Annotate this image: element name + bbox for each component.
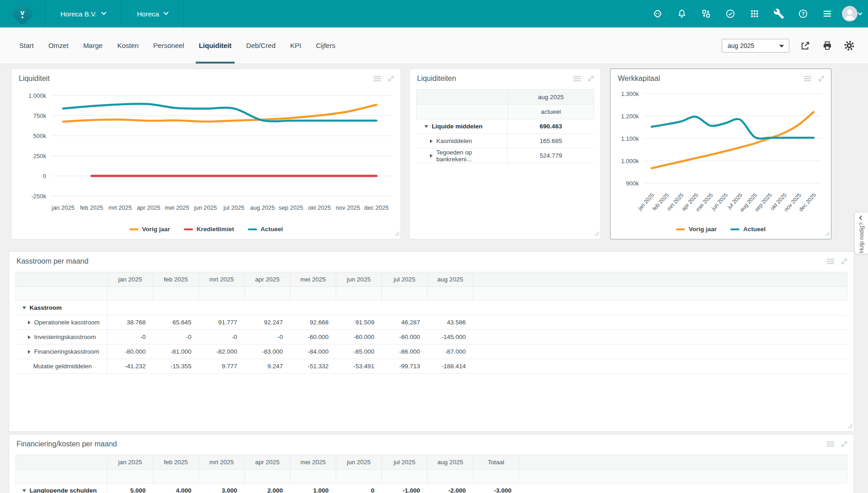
filler-cell	[473, 301, 847, 315]
sub-header-cell	[382, 470, 428, 483]
widget-menu-button[interactable]	[372, 74, 382, 84]
tab-start[interactable]: Start	[12, 27, 41, 64]
assistant-button[interactable]	[648, 5, 667, 23]
liquiditeit-chart: 1.000k750k500k250k0-250kjan 2025feb 2025…	[16, 87, 397, 220]
transfer-button[interactable]	[697, 5, 715, 23]
help-button[interactable]: ?	[793, 5, 812, 23]
tasks-button[interactable]	[721, 5, 739, 23]
dashboard-selector[interactable]: Horeca	[122, 0, 183, 27]
legend-item-actueel[interactable]: Actueel	[730, 226, 766, 233]
row-label[interactable]: Tegoeden op bankrekeni...	[416, 148, 508, 163]
corner-cell	[16, 272, 107, 287]
legend-swatch	[248, 228, 257, 230]
column-header-feb-2025: feb 2025	[153, 272, 199, 287]
chart-legend: Vorig jaarKredietlimietActueel	[11, 226, 401, 233]
period-select[interactable]: aug 2025	[722, 39, 789, 53]
widget-expand-button[interactable]	[386, 74, 396, 84]
sub-header-cell	[290, 470, 336, 483]
table-row: Investeringskasstroom-0-0-0-0-60.000-60.…	[16, 330, 847, 345]
settings-button[interactable]	[843, 40, 855, 52]
column-header-feb-2025: feb 2025	[153, 455, 199, 470]
cell: 91.777	[199, 315, 245, 330]
resize-handle[interactable]	[847, 422, 853, 430]
caret-right-icon[interactable]	[430, 154, 433, 158]
check-circle-icon	[725, 8, 736, 19]
tab-omzet[interactable]: Omzet	[41, 27, 76, 64]
app-logo[interactable]: v	[0, 0, 44, 27]
svg-text:1.300k: 1.300k	[621, 90, 639, 97]
legend-swatch	[129, 228, 139, 230]
account-button[interactable]	[842, 5, 862, 23]
legend-item-vorig-jaar[interactable]: Vorig jaar	[676, 226, 717, 233]
tab-liquiditeit[interactable]: Liquiditeit	[192, 27, 239, 64]
legend-item-vorig-jaar[interactable]: Vorig jaar	[129, 226, 170, 233]
sub-header-cell	[336, 470, 382, 483]
resize-handle[interactable]	[394, 230, 400, 238]
cell: -85.000	[336, 345, 382, 359]
svg-text:nov 2025: nov 2025	[336, 204, 360, 211]
widget-menu-button[interactable]	[825, 256, 836, 266]
caret-right-icon[interactable]	[28, 350, 31, 354]
tools-button[interactable]	[769, 5, 788, 23]
column-header-jul-2025: jul 2025	[382, 455, 428, 470]
caret-right-icon[interactable]	[430, 139, 433, 143]
share-button[interactable]	[799, 40, 811, 52]
svg-text:apr 2025: apr 2025	[137, 204, 160, 211]
tab-deb-cred[interactable]: Deb/Cred	[239, 27, 283, 64]
cell: -0	[107, 330, 153, 345]
filler-cell	[519, 470, 847, 483]
widget-expand-button[interactable]	[586, 74, 596, 84]
caret-down-icon[interactable]	[22, 489, 26, 492]
company-selector[interactable]: Horeca B.V.	[45, 0, 121, 27]
column-header-jul-2025: jul 2025	[382, 272, 428, 287]
corner-cell	[16, 470, 107, 483]
tab-personeel[interactable]: Personeel	[146, 27, 192, 64]
tab-cijfers[interactable]: Cijfers	[309, 27, 343, 64]
row-label-text: Financieringskasstroom	[34, 348, 100, 355]
werkkapitaal-chart: 1.300k1.200k1.100k1.000k900kjan 2025feb …	[614, 85, 827, 221]
legend-item-kredietlimiet[interactable]: Kredietlimiet	[184, 226, 234, 233]
widget-menu-icon	[803, 74, 812, 83]
cell: -60.000	[290, 330, 336, 345]
row-label[interactable]: Operationele kasstroom	[16, 315, 107, 330]
tab-kosten[interactable]: Kosten	[110, 27, 146, 64]
row-value: 165.685	[508, 134, 594, 148]
row-label[interactable]: Investeringskasstroom	[16, 330, 107, 345]
widget-menu-icon	[373, 74, 382, 83]
widget-expand-button[interactable]	[816, 74, 826, 84]
widget-expand-button[interactable]	[839, 439, 849, 449]
column-header-jun-2025: jun 2025	[336, 455, 382, 470]
row-label[interactable]: Langlopende schulden	[16, 483, 107, 493]
sub-header-cell	[245, 470, 290, 483]
widget-menu-button[interactable]	[572, 74, 582, 84]
resize-handle[interactable]	[825, 230, 830, 238]
caret-right-icon[interactable]	[28, 321, 31, 324]
tab-marge[interactable]: Marge	[76, 27, 110, 64]
sub-header-cell	[428, 470, 473, 483]
caret-down-icon[interactable]	[22, 307, 26, 309]
resize-handle[interactable]	[594, 230, 600, 238]
widget-menu-button[interactable]	[825, 439, 836, 449]
row-label[interactable]: Kasstroom	[16, 301, 107, 315]
notifications-button[interactable]	[672, 5, 691, 23]
sub-header-cell	[290, 287, 336, 301]
row-label[interactable]: Financieringskasstroom	[16, 345, 107, 359]
print-button[interactable]	[821, 40, 833, 52]
cell: 0	[336, 483, 382, 493]
menu-button[interactable]	[818, 5, 836, 23]
widget-menu-button[interactable]	[803, 74, 813, 84]
help-tab-label: Hulp nodig?	[858, 223, 865, 253]
help-panel-tab[interactable]: Hulp nodig?	[854, 212, 868, 254]
row-label[interactable]: Kasmiddelen	[416, 134, 508, 148]
row-label[interactable]: Liquide middelen	[416, 119, 508, 133]
legend-label: Vorig jaar	[689, 226, 717, 233]
panel-liquiditeit: Liquiditeit 1.000k750k500k250k0-250kjan …	[11, 69, 401, 239]
widget-expand-button[interactable]	[839, 256, 849, 266]
tab-kpi[interactable]: KPI	[283, 27, 309, 64]
panel-title: Liquiditeiten	[417, 74, 456, 83]
dashboard-tabbar: StartOmzetMargeKostenPersoneelLiquiditei…	[0, 27, 868, 64]
caret-down-icon[interactable]	[424, 125, 428, 128]
legend-item-actueel[interactable]: Actueel	[248, 226, 283, 233]
caret-right-icon[interactable]	[28, 335, 31, 339]
apps-button[interactable]	[745, 5, 764, 23]
